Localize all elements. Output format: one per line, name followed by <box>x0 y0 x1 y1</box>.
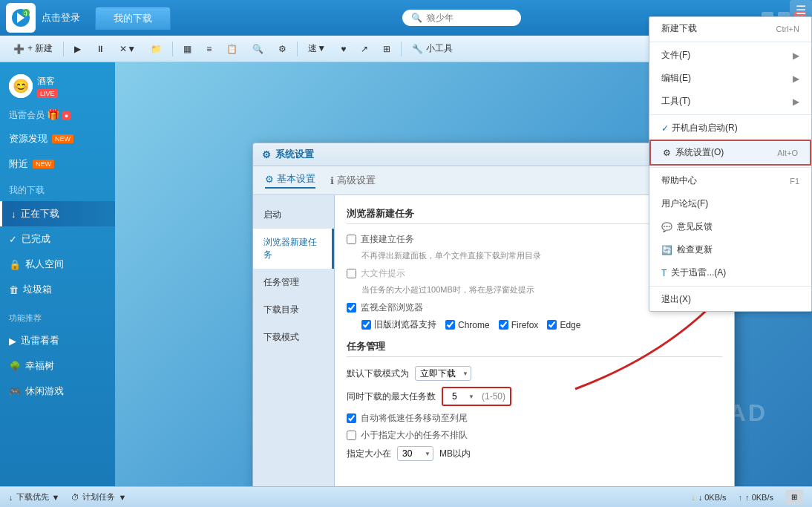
menu-label-new-download: 新建下载 <box>661 22 697 35</box>
dialog-nav-startup[interactable]: 启动 <box>253 201 334 229</box>
app-window: :) 点击登录 我的下载 🔍 — □ ✕ ☰ <box>0 0 812 507</box>
monitor-browser-checkbox[interactable] <box>347 303 356 313</box>
play-icon: ▶ <box>9 336 16 347</box>
list-view-button[interactable]: ≡ <box>202 42 216 56</box>
member-section[interactable]: 迅雷会员 🎁 ● <box>0 104 115 126</box>
downloading-label: 正在下载 <box>21 207 59 220</box>
tools-button[interactable]: 🔧 小工具 <box>407 41 457 56</box>
settings-button[interactable]: ⚙ <box>274 42 291 56</box>
heart-button[interactable]: ♥ <box>336 42 350 56</box>
tools-label: 小工具 <box>426 42 453 55</box>
small-file-checkbox[interactable] <box>347 431 356 440</box>
menu-item-edit[interactable]: 编辑(E) ▶ <box>649 67 811 90</box>
open-folder-button[interactable]: 📁 <box>146 42 166 56</box>
status-extra-btn[interactable]: ⊞ <box>785 490 803 505</box>
sidebar-item-trash[interactable]: 🗑 垃圾箱 <box>0 277 115 302</box>
sidebar-item-completed[interactable]: ✓ 已完成 <box>0 226 115 252</box>
dialog-nav-task[interactable]: 任务管理 <box>253 269 334 296</box>
direct-task-checkbox[interactable] <box>347 235 356 244</box>
max-task-label: 同时下载的最大任务数 <box>347 390 436 403</box>
tools-icon: 🔧 <box>412 44 423 54</box>
menu-sep-2 <box>649 114 811 115</box>
browser-old-checkbox[interactable] <box>361 320 371 330</box>
browser-edge: Edge <box>547 320 580 330</box>
menu-label-help: 帮助中心 <box>661 174 697 187</box>
browser-firefox-label: Firefox <box>511 320 539 330</box>
browser-firefox-checkbox[interactable] <box>499 320 508 330</box>
scheduled-label: 计划任务 <box>82 491 115 503</box>
delete-button[interactable]: ✕▼ <box>115 42 140 56</box>
detail-view-button[interactable]: 📋 <box>222 42 242 56</box>
gift-icon: 🎁 <box>47 108 59 120</box>
dialog-nav-directory[interactable]: 下载目录 <box>253 296 334 324</box>
sidebar-item-nearby[interactable]: 附近 NEW <box>0 151 115 177</box>
menu-item-about[interactable]: T 关于迅雷...(A) <box>649 261 811 284</box>
default-mode-row: 默认下载模式为 立即下载 <box>347 366 722 381</box>
max-task-select[interactable]: 5 1 2 3 10 <box>448 390 477 403</box>
browser-edge-checkbox[interactable] <box>547 320 557 330</box>
small-file-label: 小于指定大小的任务不排队 <box>361 429 468 442</box>
speed-button[interactable]: 速▼ <box>304 41 330 56</box>
pause-button[interactable]: ⏸ <box>91 42 109 56</box>
scheduled-arrow: ▼ <box>118 493 126 502</box>
menu-item-forum[interactable]: 用户论坛(F) <box>649 192 811 215</box>
auto-move-label: 自动将低速任务移动至列尾 <box>361 412 468 425</box>
games-label: 休闲游戏 <box>25 385 64 398</box>
large-file-checkbox[interactable] <box>347 269 356 278</box>
browser-chrome-label: Chrome <box>458 320 490 330</box>
size-row: 指定大小在 30 10 50 100 MB以内 <box>347 446 722 461</box>
download-priority-icon: ↓ <box>9 493 13 502</box>
down-icon: ↓ <box>11 209 16 220</box>
tab-basic-settings[interactable]: ⚙ 基本设置 <box>265 172 315 189</box>
default-mode-label: 默认下载模式为 <box>347 367 409 380</box>
browser-chrome: Chrome <box>445 320 490 330</box>
menu-item-update[interactable]: 🔄 检查更新 <box>649 238 811 261</box>
download-priority[interactable]: ↓ 下载优先 ▼ <box>9 491 59 503</box>
new-icon: ➕ <box>13 44 24 54</box>
size-select[interactable]: 30 10 50 100 <box>397 446 433 461</box>
play-button[interactable]: ▶ <box>70 42 85 56</box>
search-input[interactable] <box>427 13 512 23</box>
feedback-icon: 💬 <box>661 222 672 232</box>
menu-item-file[interactable]: 文件(F) ▶ <box>649 44 811 67</box>
menu-item-autostart[interactable]: ✓ 开机自动启动(R) <box>649 117 811 140</box>
auto-move-checkbox[interactable] <box>347 413 356 423</box>
download-speed-icon: ↓ <box>691 493 695 502</box>
login-button[interactable]: 点击登录 <box>42 11 80 24</box>
scheduled-task[interactable]: ⏱ 计划任务 ▼ <box>71 491 126 503</box>
share-button[interactable]: ↗ <box>356 42 373 56</box>
username: 酒客 <box>37 75 58 88</box>
dialog-nav-mode[interactable]: 下载模式 <box>253 324 334 351</box>
menu-item-feedback[interactable]: 💬 意见反馈 <box>649 215 811 238</box>
browser-old-label: 旧版浏览器支持 <box>374 318 436 331</box>
menu-item-exit[interactable]: 退出(X) <box>649 288 811 311</box>
sidebar-item-games[interactable]: 🎮 休闲游戏 <box>0 379 115 404</box>
main-tab[interactable]: 我的下载 <box>95 7 171 30</box>
auto-move-row: 自动将低速任务移动至列尾 <box>347 412 722 425</box>
sidebar-item-resource[interactable]: 资源发现 NEW <box>0 126 115 151</box>
small-file-row: 小于指定大小的任务不排队 <box>347 429 722 442</box>
menu-item-tools[interactable]: 工具(T) ▶ <box>649 90 811 113</box>
more-button[interactable]: ⊞ <box>379 42 395 56</box>
sidebar-item-happy-tree[interactable]: 🌳 幸福树 <box>0 353 115 379</box>
dialog-nav-browser[interactable]: 浏览器新建任务 <box>253 229 334 269</box>
menu-sep-3 <box>649 167 811 168</box>
nearby-badge: NEW <box>33 160 54 169</box>
sidebar-item-private[interactable]: 🔒 私人空间 <box>0 252 115 277</box>
default-mode-select[interactable]: 立即下载 <box>415 366 471 381</box>
sidebar: 😊 酒客 LIVE 迅雷会员 🎁 ● 资源发现 NEW 附近 NEW 我的下载 <box>0 62 115 486</box>
tab-advanced-settings[interactable]: ℹ 高级设置 <box>330 172 376 189</box>
menu-label-forum: 用户论坛(F) <box>661 197 708 210</box>
new-button[interactable]: ➕ + 新建 <box>9 41 57 56</box>
dialog-sidebar: 启动 浏览器新建任务 任务管理 下载目录 下载模式 <box>253 195 335 486</box>
new-label: + 新建 <box>27 42 53 55</box>
grid-view-button[interactable]: ▦ <box>179 42 196 56</box>
search-button[interactable]: 🔍 <box>248 42 268 56</box>
sidebar-item-downloading[interactable]: ↓ 正在下载 <box>0 201 115 226</box>
menu-item-help[interactable]: 帮助中心 F1 <box>649 169 811 192</box>
browser-firefox: Firefox <box>499 320 539 330</box>
menu-item-settings[interactable]: ⚙ 系统设置(O) Alt+O <box>649 140 811 166</box>
browser-chrome-checkbox[interactable] <box>445 320 455 330</box>
sidebar-item-xunlei-watch[interactable]: ▶ 迅雷看看 <box>0 328 115 353</box>
menu-item-new-download[interactable]: 新建下载 Ctrl+N <box>649 17 811 40</box>
